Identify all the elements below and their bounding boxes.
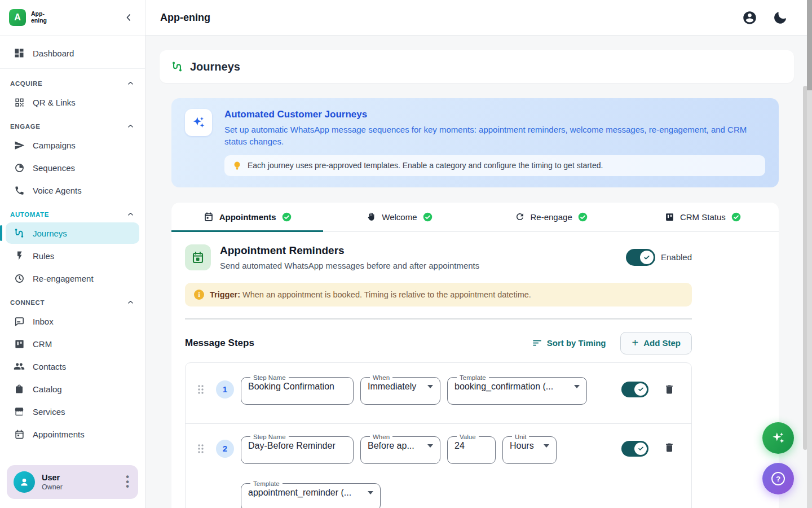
active-indicator (0, 225, 2, 241)
dashboard-icon (14, 47, 25, 59)
trigger-body: When an appointment is booked. Timing is… (242, 290, 531, 299)
dark-mode-moon-icon[interactable] (773, 11, 787, 25)
delete-step-icon[interactable] (664, 384, 675, 395)
sidebar-item-campaigns[interactable]: Campaigns (6, 134, 139, 156)
sort-by-timing-button[interactable]: Sort by Timing (532, 338, 606, 348)
send-icon (14, 139, 25, 151)
sidebar-item-rules[interactable]: Rules (6, 245, 139, 266)
check-badge-icon (731, 212, 741, 222)
ai-assistant-fab[interactable] (762, 422, 794, 454)
drag-handle-icon[interactable] (195, 384, 207, 395)
section-label: ENGAGE (10, 123, 40, 130)
select-value: Immediately (368, 382, 416, 392)
tab-appointments[interactable]: Appointments (171, 203, 323, 231)
field-label: Step Name (250, 433, 289, 440)
calendar-icon (14, 428, 25, 440)
section-label: AUTOMATE (10, 211, 49, 218)
people-icon (14, 361, 25, 372)
sidebar-item-contacts[interactable]: Contacts (6, 356, 139, 377)
sidebar-item-qr-links[interactable]: QR & Links (6, 91, 139, 113)
sidebar-item-catalog[interactable]: Catalog (6, 378, 139, 400)
select-value: booking_confirmation (... (454, 382, 553, 392)
help-fab[interactable]: ? (762, 463, 794, 494)
add-step-button[interactable]: + Add Step (620, 332, 692, 354)
window-scrollbar-thumb[interactable] (807, 0, 812, 90)
unit-select[interactable]: Unit Hours (502, 433, 557, 464)
tab-crm-status[interactable]: CRM Status (627, 203, 779, 231)
message-steps-list: 1 Step Name Booking Confirmation (185, 362, 692, 508)
user-menu-icon[interactable]: ••• (123, 475, 131, 489)
field-label: Template (250, 480, 283, 487)
route-icon (14, 227, 25, 239)
journeys-banner: Automated Customer Journeys Set up autom… (171, 98, 779, 187)
sidebar-item-inbox[interactable]: Inbox (6, 310, 139, 332)
section-acquire[interactable]: ACQUIRE (0, 73, 145, 90)
step-name-field[interactable]: Step Name Day-Before Reminder (241, 433, 354, 464)
field-label: Value (457, 433, 479, 440)
sidebar-collapse-button[interactable] (121, 10, 136, 25)
step-toggle-wrap (621, 382, 648, 397)
page-inner: Automated Customer Journeys Set up autom… (171, 98, 779, 508)
field-label: Unit (512, 433, 529, 440)
section-automate[interactable]: AUTOMATE (0, 204, 145, 221)
drag-handle-icon[interactable] (195, 443, 207, 454)
sidebar-item-label: Dashboard (33, 49, 74, 58)
value-field[interactable]: Value 24 (447, 433, 496, 464)
step-name-field[interactable]: Step Name Booking Confirmation (241, 374, 354, 405)
when-select[interactable]: When Before ap... (360, 433, 440, 464)
sidebar-item-appointments[interactable]: Appointments (6, 423, 139, 445)
topbar: App-ening (145, 0, 812, 36)
dropdown-caret-icon (368, 491, 373, 494)
panel-subtitle: Send automated WhatsApp messages before … (220, 261, 479, 270)
panel-header: Appointment Reminders Send automated Wha… (185, 244, 692, 270)
journey-enabled-toggle[interactable] (626, 249, 655, 266)
tab-label: CRM Status (680, 212, 726, 222)
sidebar-item-label: CRM (33, 339, 52, 349)
template-select[interactable]: Template booking_confirmation (... (447, 374, 587, 405)
select-value: Hours (510, 441, 534, 451)
trigger-text: Trigger: When an appointment is booked. … (210, 290, 531, 299)
sidebar-item-re-engagement[interactable]: Re-engagement (6, 268, 139, 289)
storefront-icon (14, 406, 25, 417)
chevron-up-icon (126, 298, 135, 306)
sidebar: A App- ening Dashboard ACQU (0, 0, 145, 508)
section-connect[interactable]: CONNECT (0, 292, 145, 309)
user-card[interactable]: User Owner ••• (7, 465, 138, 499)
account-circle-icon[interactable] (742, 10, 757, 25)
sparkles-icon (185, 109, 212, 136)
sidebar-item-journeys[interactable]: Journeys (6, 222, 139, 244)
step-enabled-toggle[interactable] (621, 382, 648, 397)
when-select[interactable]: When Immediately (360, 374, 440, 405)
delete-step-icon[interactable] (664, 442, 675, 453)
sidebar-item-label: Services (33, 407, 65, 417)
template-select[interactable]: Template appointment_reminder (... (241, 480, 381, 508)
step-fields: Step Name Day-Before Reminder When Befor… (241, 433, 557, 508)
sidebar-divider (0, 68, 145, 69)
tab-label: Appointments (219, 212, 276, 222)
sidebar-item-voice-agents[interactable]: Voice Agents (6, 179, 139, 201)
tab-re-engage[interactable]: Re-engage (475, 203, 627, 231)
bolt-icon (14, 250, 25, 261)
app-logo-text: App- ening (31, 11, 47, 24)
field-label: Template (457, 374, 489, 381)
section-engage[interactable]: ENGAGE (0, 116, 145, 133)
topbar-icons (742, 10, 787, 25)
banner-title: Automated Customer Journeys (224, 109, 765, 120)
sidebar-item-label: Journeys (33, 229, 67, 238)
sidebar-item-crm[interactable]: CRM (6, 333, 139, 354)
sidebar-item-dashboard[interactable]: Dashboard (6, 42, 139, 64)
chevron-left-icon (123, 12, 134, 23)
journeys-card: Appointments Welcome (171, 203, 779, 508)
sidebar-item-label: Catalog (33, 384, 62, 394)
sidebar-item-label: Sequences (33, 163, 75, 173)
tab-welcome[interactable]: Welcome (323, 203, 475, 231)
field-value: 24 (454, 441, 465, 451)
section-divider (185, 318, 692, 319)
enabled-group: Enabled (626, 249, 692, 266)
sidebar-item-services[interactable]: Services (6, 401, 139, 422)
sidebar-item-label: Voice Agents (33, 186, 82, 195)
main-area: App-ening Journeys (145, 0, 812, 508)
step-enabled-toggle[interactable] (621, 441, 648, 457)
sidebar-item-sequences[interactable]: Sequences (6, 157, 139, 178)
chevron-up-icon (126, 210, 135, 218)
